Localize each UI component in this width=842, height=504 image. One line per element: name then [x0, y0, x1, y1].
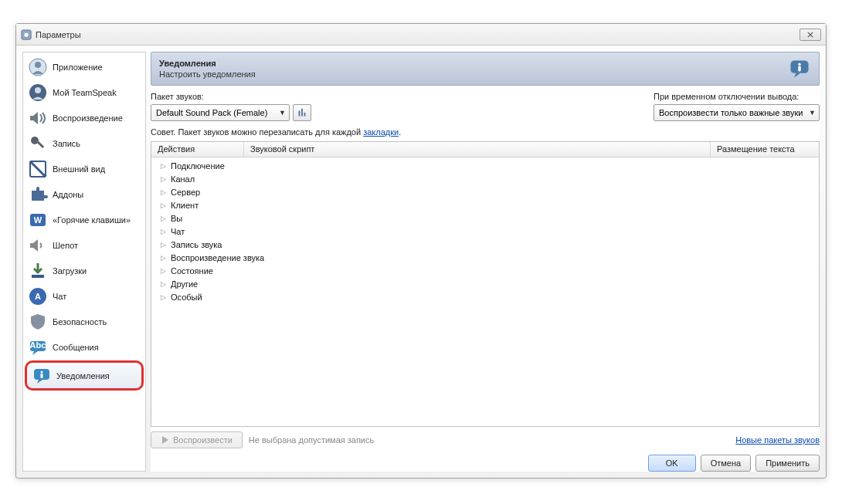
caret-right-icon: ▷	[161, 293, 168, 301]
svg-text:Abc: Abc	[30, 340, 46, 350]
tree-item[interactable]: ▷Подключение	[151, 159, 819, 172]
main-panel: Уведомления Настроить уведомления Пакет …	[151, 52, 820, 472]
info-bubble-large-icon	[788, 57, 811, 80]
page-header: Уведомления Настроить уведомления	[151, 52, 820, 86]
sidebar-item-playback[interactable]: Воспроизведение	[23, 105, 145, 130]
window-title: Параметры	[36, 30, 800, 39]
tree-item[interactable]: ▷Канал	[151, 172, 819, 185]
sidebar-label: Запись	[53, 139, 80, 148]
svg-rect-11	[32, 275, 44, 278]
soundpack-value: Default Sound Pack (Female)	[156, 108, 274, 117]
caret-right-icon: ▷	[161, 254, 168, 262]
app-head-icon	[28, 57, 48, 77]
col-script[interactable]: Звуковой скрипт	[244, 142, 711, 157]
play-button: Воспроизвести	[151, 431, 243, 448]
speaker-icon	[28, 108, 48, 128]
caret-right-icon: ▷	[161, 280, 168, 288]
app-icon	[21, 29, 32, 40]
svg-point-1	[24, 32, 28, 36]
tempdisable-combo[interactable]: Воспроизвести только важные звуки ▼	[654, 104, 820, 121]
tempdisable-value: Воспроизвести только важные звуки	[659, 108, 804, 117]
col-text[interactable]: Размещение текста	[711, 142, 819, 157]
col-actions[interactable]: Действия	[151, 142, 244, 157]
shield-icon	[28, 312, 48, 332]
tree-item[interactable]: ▷Другие	[151, 277, 819, 290]
tree-item[interactable]: ▷Запись звука	[151, 238, 819, 251]
svg-text:W: W	[34, 215, 42, 225]
svg-point-20	[798, 63, 800, 66]
settings-window: Параметры Приложение Мой TeamSpeak Воспр…	[15, 23, 827, 479]
tempdisable-label: При временном отключении вывода:	[654, 92, 820, 101]
sidebar-item-chat[interactable]: AЧат	[23, 283, 145, 309]
caret-right-icon: ▷	[161, 201, 168, 209]
sidebar: Приложение Мой TeamSpeak Воспроизведение…	[22, 52, 146, 472]
sidebar-item-security[interactable]: Безопасность	[23, 309, 145, 334]
chevron-down-icon: ▼	[804, 109, 816, 117]
caret-right-icon: ▷	[161, 228, 168, 235]
play-icon	[161, 435, 170, 445]
actions-tree[interactable]: ▷Подключение ▷Канал ▷Сервер ▷Клиент ▷Вы …	[151, 157, 819, 426]
sidebar-item-downloads[interactable]: Загрузки	[23, 258, 145, 283]
tree-item[interactable]: ▷Состояние	[151, 264, 819, 277]
page-title: Уведомления	[159, 59, 788, 68]
actions-table: Действия Звуковой скрипт Размещение текс…	[151, 141, 820, 427]
svg-rect-7	[37, 140, 44, 147]
soundpack-combo[interactable]: Default Sound Pack (Female) ▼	[151, 104, 290, 121]
soundpack-settings-button[interactable]	[293, 104, 311, 121]
sidebar-label: Аддоны	[53, 190, 83, 199]
sidebar-label: Чат	[53, 292, 66, 301]
tree-item[interactable]: ▷Воспроизведение звука	[151, 251, 819, 264]
sidebar-label: Шепот	[53, 241, 78, 250]
sidebar-label: Мой TeamSpeak	[53, 88, 117, 97]
appearance-icon	[28, 159, 48, 179]
sidebar-item-notifications[interactable]: Уведомления	[25, 360, 144, 391]
sidebar-label: Загрузки	[53, 266, 87, 276]
user-globe-icon	[28, 83, 48, 103]
close-button[interactable]	[800, 29, 821, 41]
caret-right-icon: ▷	[161, 175, 168, 183]
sidebar-item-capture[interactable]: Запись	[23, 130, 145, 156]
new-soundpacks-link[interactable]: Новые пакеты звуков	[735, 435, 820, 445]
caret-right-icon: ▷	[161, 267, 168, 275]
sidebar-item-hotkeys[interactable]: W«Горячие клавиши»	[23, 207, 145, 232]
svg-text:A: A	[35, 292, 41, 301]
tip-text: Совет. Пакет звуков можно перезаписать д…	[151, 127, 820, 137]
tree-item[interactable]: ▷Чат	[151, 225, 819, 238]
ok-button[interactable]: OK	[648, 455, 696, 472]
sidebar-label: Безопасность	[53, 317, 107, 326]
sidebar-item-whisper[interactable]: Шепот	[23, 232, 145, 258]
svg-point-5	[35, 87, 41, 93]
tree-item[interactable]: ▷Вы	[151, 211, 819, 225]
caret-right-icon: ▷	[161, 188, 168, 196]
sidebar-item-application[interactable]: Приложение	[23, 54, 145, 79]
tree-item[interactable]: ▷Клиент	[151, 198, 819, 211]
puzzle-icon	[28, 184, 48, 205]
sidebar-label: «Горячие клавиши»	[53, 215, 131, 225]
sidebar-item-messages[interactable]: AbcСообщения	[23, 334, 145, 360]
svg-point-17	[41, 370, 43, 373]
tree-item[interactable]: ▷Особый	[151, 290, 819, 303]
caret-right-icon: ▷	[161, 215, 168, 222]
page-subtitle: Настроить уведомления	[159, 69, 788, 79]
sidebar-item-addons[interactable]: Аддоны	[23, 181, 145, 207]
apply-button[interactable]: Применить	[755, 455, 820, 472]
caret-right-icon: ▷	[161, 241, 168, 249]
caret-right-icon: ▷	[161, 162, 168, 170]
whisper-icon	[28, 235, 48, 255]
bookmarks-link[interactable]: закладки	[363, 127, 399, 137]
svg-point-3	[35, 62, 41, 68]
download-icon	[28, 261, 48, 281]
sidebar-label: Внешний вид	[53, 164, 105, 174]
sidebar-item-myteamspeak[interactable]: Мой TeamSpeak	[23, 79, 145, 105]
svg-rect-18	[41, 374, 43, 378]
info-bubble-icon	[32, 366, 52, 386]
tree-item[interactable]: ▷Сервер	[151, 185, 819, 198]
sidebar-item-design[interactable]: Внешний вид	[23, 156, 145, 181]
microphone-icon	[28, 134, 48, 154]
status-text: Не выбрана допустимая запись	[249, 435, 374, 445]
chat-a-icon: A	[28, 286, 48, 306]
chevron-down-icon: ▼	[274, 109, 286, 117]
sidebar-label: Воспроизведение	[53, 113, 123, 123]
titlebar[interactable]: Параметры	[16, 24, 826, 46]
cancel-button[interactable]: Отмена	[701, 455, 751, 472]
